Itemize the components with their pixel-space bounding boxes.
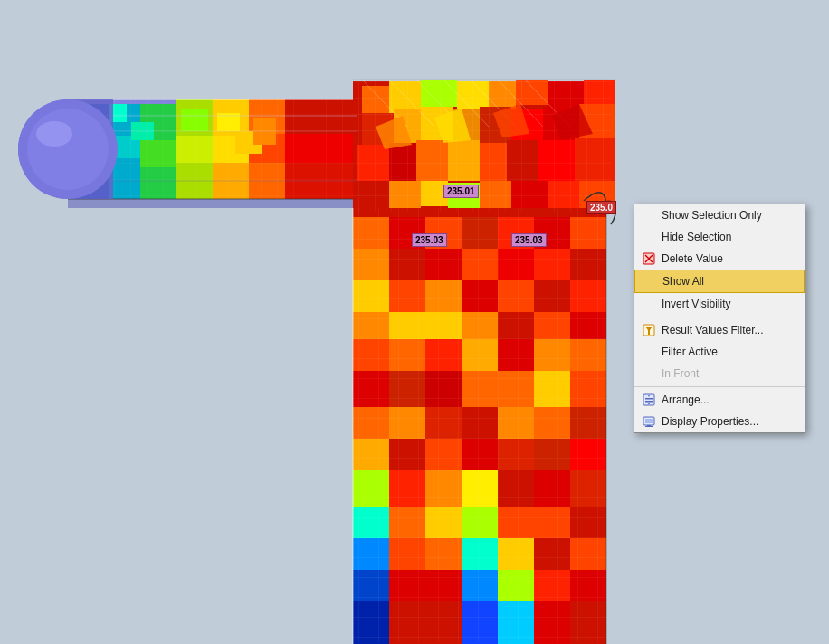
- menu-item-hide-selection-label: Hide Selection: [662, 231, 731, 243]
- context-menu: Show Selection Only Hide Selection Delet…: [634, 204, 805, 433]
- menu-item-invert-visibility-label: Invert Visibility: [662, 298, 730, 310]
- svg-rect-198: [645, 398, 653, 400]
- menu-item-delete-value[interactable]: Delete Value: [634, 248, 805, 270]
- invert-visibility-icon: [642, 297, 656, 311]
- svg-point-190: [27, 109, 109, 190]
- annotation-235-03-left: 235.03: [412, 233, 447, 247]
- svg-point-191: [36, 121, 72, 147]
- menu-item-hide-selection[interactable]: Hide Selection: [634, 226, 805, 248]
- menu-divider-1: [634, 317, 805, 317]
- svg-rect-11: [68, 199, 357, 208]
- menu-item-filter-active-label: Filter Active: [662, 346, 718, 358]
- show-selection-only-icon: [642, 208, 656, 223]
- menu-item-show-selection-only-label: Show Selection Only: [662, 209, 762, 222]
- menu-divider-2: [634, 386, 805, 387]
- svg-rect-205: [645, 419, 653, 423]
- svg-rect-204: [645, 426, 653, 427]
- in-front-icon: [642, 366, 656, 381]
- menu-item-display-properties[interactable]: Display Properties...: [634, 411, 805, 432]
- menu-item-arrange-label: Arrange...: [662, 393, 710, 406]
- annotation-235-0-red: 235.0: [586, 201, 616, 214]
- delete-value-icon: [642, 251, 656, 266]
- viewport: 235.01 235.03 235.03 235.0 Show Selectio…: [0, 0, 829, 644]
- menu-item-filter-active[interactable]: Filter Active: [634, 341, 805, 363]
- result-values-filter-icon: [642, 323, 656, 337]
- arrange-icon: [642, 393, 656, 407]
- menu-item-show-selection-only[interactable]: Show Selection Only: [634, 204, 805, 226]
- menu-item-show-all-label: Show All: [662, 275, 704, 288]
- svg-rect-199: [645, 401, 653, 402]
- menu-item-in-front: In Front: [634, 363, 805, 384]
- show-all-icon: [643, 274, 657, 289]
- menu-item-show-all[interactable]: Show All: [634, 270, 805, 293]
- menu-item-delete-value-label: Delete Value: [662, 252, 723, 265]
- menu-item-in-front-label: In Front: [662, 367, 699, 380]
- menu-item-invert-visibility[interactable]: Invert Visibility: [634, 293, 805, 315]
- menu-item-arrange[interactable]: Arrange...: [634, 389, 805, 411]
- menu-item-result-values-filter-label: Result Values Filter...: [662, 324, 764, 336]
- menu-item-result-values-filter[interactable]: Result Values Filter...: [634, 319, 805, 341]
- annotation-235-01: 235.01: [443, 185, 479, 198]
- display-properties-icon: [642, 414, 656, 429]
- menu-item-display-properties-label: Display Properties...: [662, 415, 758, 428]
- hide-selection-icon: [642, 230, 656, 244]
- svg-rect-169: [353, 208, 606, 642]
- filter-active-icon: [642, 345, 656, 359]
- annotation-235-03-right: 235.03: [511, 233, 547, 247]
